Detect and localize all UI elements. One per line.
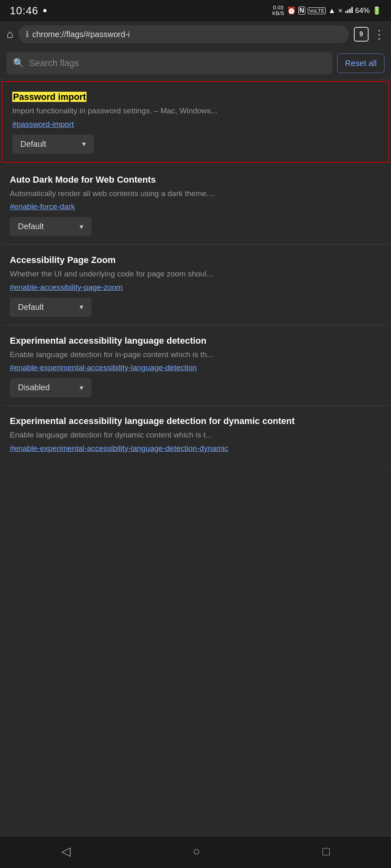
info-icon: ℹ [26, 29, 29, 39]
battery-icon: 🔋 [372, 6, 381, 15]
search-reset-row: 🔍 Search flags Reset all [0, 47, 391, 80]
tab-count-label: 9 [360, 31, 363, 38]
alarm-icon: ⏰ [287, 6, 296, 15]
flag-title-password-import: Password import [12, 92, 379, 102]
flag-item-exp-a11y-lang: Experimental accessibility language dete… [0, 326, 391, 406]
address-bar[interactable]: ℹ chrome://flags/#password-i [18, 25, 349, 43]
flag-dropdown-password-import[interactable]: Default ▾ [12, 135, 94, 154]
flag-value-password-import: Default [20, 139, 46, 149]
speed-indicator: 0.03KB/S [272, 5, 284, 17]
flag-description-password-import: Import functionality in password setting… [12, 106, 379, 117]
home-nav-button[interactable]: ○ [193, 844, 200, 858]
flag-title-highlight: Password import [12, 92, 87, 102]
flag-title-auto-dark-mode: Auto Dark Mode for Web Contents [10, 174, 381, 185]
search-icon: 🔍 [13, 58, 24, 68]
status-time: 10:46 [10, 4, 38, 17]
wifi-icon: ▲ [328, 7, 335, 15]
flag-value-accessibility-page-zoom: Default [18, 303, 44, 312]
menu-button[interactable]: ⋮ [373, 28, 384, 41]
signal-x-icon: ✕ [338, 7, 343, 14]
flag-description-exp-a11y-lang-dynamic: Enable language detection for dynamic co… [10, 430, 381, 441]
flag-dropdown-accessibility-page-zoom[interactable]: Default ▾ [10, 298, 91, 317]
dropdown-arrow-auto-dark-mode: ▾ [80, 222, 83, 231]
volte-icon: VoLTE [308, 7, 326, 14]
reset-all-button[interactable]: Reset all [337, 53, 384, 73]
flags-content: Password import Import functionality in … [0, 80, 391, 836]
flag-link-auto-dark-mode[interactable]: #enable-force-dark [10, 202, 381, 211]
bottom-nav: ◁ ○ □ [0, 836, 391, 868]
back-button[interactable]: ◁ [61, 844, 71, 858]
flag-link-exp-a11y-lang[interactable]: #enable-experimental-accessibility-langu… [10, 363, 381, 372]
status-dot [43, 9, 47, 12]
flag-dropdown-auto-dark-mode[interactable]: Default ▾ [10, 217, 91, 236]
flag-description-auto-dark-mode: Automatically render all web contents us… [10, 188, 381, 199]
n-icon: N [298, 7, 306, 15]
browser-chrome: ⌂ ℹ chrome://flags/#password-i 9 ⋮ [0, 21, 391, 47]
status-right: 0.03KB/S ⏰ N VoLTE ▲ ✕ 64% 🔋 [272, 5, 381, 17]
flag-item-exp-a11y-lang-dynamic: Experimental accessibility language dete… [0, 406, 391, 467]
flag-link-accessibility-page-zoom[interactable]: #enable-accessibility-page-zoom [10, 283, 381, 292]
flag-link-exp-a11y-lang-dynamic[interactable]: #enable-experimental-accessibility-langu… [10, 444, 381, 453]
dropdown-arrow-accessibility-page-zoom: ▾ [80, 303, 83, 311]
flag-link-password-import[interactable]: #password-import [12, 120, 379, 129]
battery-percent: 64% [355, 7, 370, 15]
flag-title-exp-a11y-lang-dynamic: Experimental accessibility language dete… [10, 416, 381, 426]
flag-value-auto-dark-mode: Default [18, 222, 44, 231]
flag-value-exp-a11y-lang: Disabled [18, 383, 50, 392]
flag-dropdown-exp-a11y-lang[interactable]: Disabled ▾ [10, 378, 91, 397]
signal-icon [345, 7, 353, 15]
home-button[interactable]: ⌂ [7, 28, 13, 41]
address-text: chrome://flags/#password-i [32, 30, 342, 39]
search-placeholder-text: Search flags [29, 58, 79, 68]
flag-item-accessibility-page-zoom: Accessibility Page Zoom Whether the UI a… [0, 245, 391, 325]
status-bar: 10:46 0.03KB/S ⏰ N VoLTE ▲ ✕ 64% 🔋 [0, 0, 391, 21]
flag-description-accessibility-page-zoom: Whether the UI and underlying code for p… [10, 269, 381, 280]
flag-title-exp-a11y-lang: Experimental accessibility language dete… [10, 336, 381, 346]
flag-title-accessibility-page-zoom: Accessibility Page Zoom [10, 255, 381, 265]
recent-apps-button[interactable]: □ [322, 844, 330, 858]
dropdown-arrow-password-import: ▾ [82, 139, 86, 148]
flag-item-auto-dark-mode: Auto Dark Mode for Web Contents Automati… [0, 165, 391, 245]
tab-count-button[interactable]: 9 [354, 27, 369, 42]
flag-description-exp-a11y-lang: Enable language detection for in-page co… [10, 349, 381, 360]
search-box[interactable]: 🔍 Search flags [7, 52, 332, 74]
flag-item-password-import: Password import Import functionality in … [2, 81, 389, 163]
dropdown-arrow-exp-a11y-lang: ▾ [80, 383, 83, 392]
